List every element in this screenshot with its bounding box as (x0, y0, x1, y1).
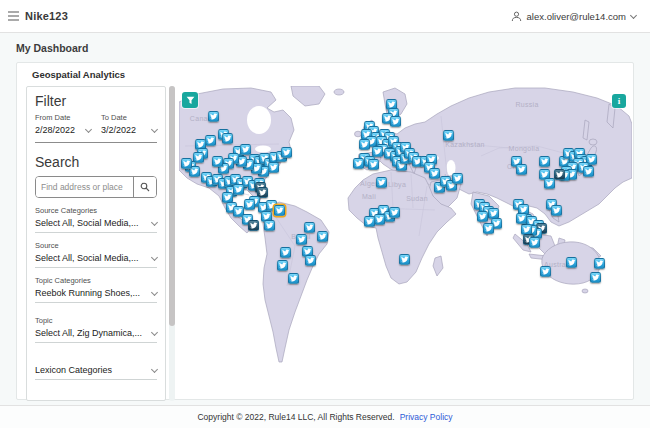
map-country-label: Russia (515, 101, 538, 108)
sidebar-scrollbar-track[interactable] (169, 86, 175, 401)
twitter-marker[interactable] (212, 156, 223, 167)
brand-title: Nike123 (25, 10, 68, 22)
divider (35, 232, 157, 233)
twitter-marker[interactable] (304, 222, 315, 233)
twitter-marker[interactable] (539, 156, 550, 167)
map-info-button[interactable]: i (612, 94, 626, 108)
twitter-marker[interactable] (288, 273, 299, 284)
twitter-marker[interactable] (389, 207, 400, 218)
source-select[interactable]: Select All, Social Media,... (35, 253, 157, 263)
twitter-marker[interactable] (529, 237, 540, 248)
divider (35, 142, 157, 143)
twitter-marker[interactable] (268, 162, 279, 173)
divider (35, 302, 157, 303)
map-country-label: Sudan (406, 195, 428, 202)
to-date-label: To Date (101, 113, 157, 122)
search-button[interactable] (133, 177, 156, 197)
source-categories-select[interactable]: Select All, Social Media,... (35, 218, 157, 228)
twitter-marker[interactable] (274, 205, 285, 216)
topic-categories-select[interactable]: Reebok Running Shoes,... (35, 288, 157, 298)
privacy-policy-link[interactable]: Privacy Policy (400, 412, 453, 422)
chevron-down-icon (151, 328, 158, 335)
to-date-select[interactable]: 3/2/2022 (101, 125, 157, 135)
from-date-select[interactable]: 2/28/2022 (35, 125, 91, 135)
info-icon: i (618, 96, 621, 106)
filter-sidebar: Filter From Date 2/28/2022 To Date 3/2/2… (26, 86, 166, 401)
breadcrumb: My Dashboard (16, 42, 88, 54)
geospatial-map[interactable]: CanadaRussiaMongoliaChinaKazakhstanIranL… (179, 86, 632, 398)
user-icon (511, 11, 522, 22)
divider (35, 379, 157, 380)
twitter-marker[interactable] (554, 169, 565, 180)
search-icon (140, 182, 150, 192)
chevron-down-icon (151, 365, 158, 372)
world-map-svg (179, 86, 632, 398)
twitter-marker[interactable] (399, 254, 410, 265)
search-input[interactable] (36, 177, 133, 197)
divider (35, 267, 157, 268)
menu-hamburger-icon[interactable] (8, 11, 19, 22)
twitter-marker[interactable] (477, 211, 488, 222)
twitter-marker[interactable] (364, 216, 375, 227)
twitter-marker[interactable] (583, 166, 594, 177)
lexicon-categories-select[interactable]: Lexicon Categories (35, 365, 157, 375)
twitter-marker[interactable] (359, 139, 370, 150)
topic-label: Topic (35, 316, 157, 325)
twitter-marker[interactable] (277, 260, 288, 271)
twitter-marker[interactable] (390, 116, 401, 127)
twitter-marker[interactable] (551, 205, 562, 216)
twitter-marker[interactable] (452, 173, 463, 184)
twitter-marker[interactable] (374, 214, 385, 225)
topic-select[interactable]: Select All, Zig Dynamica,... (35, 328, 157, 338)
chevron-down-icon (151, 253, 158, 260)
search-heading: Search (35, 154, 157, 170)
twitter-marker[interactable] (429, 168, 440, 179)
twitter-marker[interactable] (248, 220, 259, 231)
filter-funnel-icon (186, 96, 195, 105)
map-country-label: Mali (362, 193, 376, 200)
top-navbar: Nike123 alex.oliver@rule14.com (0, 0, 650, 33)
twitter-marker[interactable] (296, 234, 307, 245)
twitter-marker[interactable] (376, 177, 387, 188)
sidebar-scrollbar-thumb[interactable] (169, 86, 175, 326)
from-date-label: From Date (35, 113, 91, 122)
twitter-marker[interactable] (233, 184, 244, 195)
twitter-marker[interactable] (305, 255, 316, 266)
twitter-marker[interactable] (594, 258, 605, 269)
twitter-marker[interactable] (483, 223, 494, 234)
twitter-marker[interactable] (181, 158, 192, 169)
twitter-marker[interactable] (222, 133, 233, 144)
twitter-marker[interactable] (544, 178, 555, 189)
twitter-marker[interactable] (317, 231, 328, 242)
twitter-marker[interactable] (280, 247, 291, 258)
divider (35, 342, 157, 343)
twitter-marker[interactable] (443, 130, 454, 141)
source-label: Source (35, 241, 157, 250)
map-country-label: Libya (388, 181, 406, 188)
map-country-label: Mongolia (509, 145, 540, 152)
search-box (35, 176, 157, 198)
twitter-marker[interactable] (264, 220, 275, 231)
footer: Copyright © 2022, Rule14 LLC, All Rights… (0, 405, 650, 428)
twitter-marker[interactable] (566, 257, 577, 268)
twitter-marker[interactable] (281, 147, 292, 158)
user-menu[interactable]: alex.oliver@rule14.com (511, 11, 636, 22)
twitter-marker[interactable] (516, 213, 527, 224)
twitter-marker[interactable] (208, 111, 219, 122)
twitter-marker[interactable] (353, 158, 364, 169)
chevron-down-icon (151, 125, 158, 132)
copyright-text: Copyright © 2022, Rule14 LLC, All Rights… (197, 412, 394, 422)
twitter-marker[interactable] (540, 266, 551, 277)
chevron-down-icon (85, 125, 92, 132)
map-filter-button[interactable] (182, 92, 198, 108)
twitter-marker[interactable] (368, 159, 379, 170)
topic-categories-label: Topic Categories (35, 276, 157, 285)
breadcrumb-bar: My Dashboard (0, 34, 650, 62)
filter-heading: Filter (35, 93, 157, 109)
twitter-marker[interactable] (590, 272, 601, 283)
map-country-label: Kazakhstan (445, 141, 485, 148)
twitter-marker[interactable] (516, 164, 527, 175)
source-categories-label: Source Categories (35, 206, 157, 215)
twitter-marker[interactable] (205, 135, 216, 146)
twitter-marker[interactable] (244, 199, 255, 210)
